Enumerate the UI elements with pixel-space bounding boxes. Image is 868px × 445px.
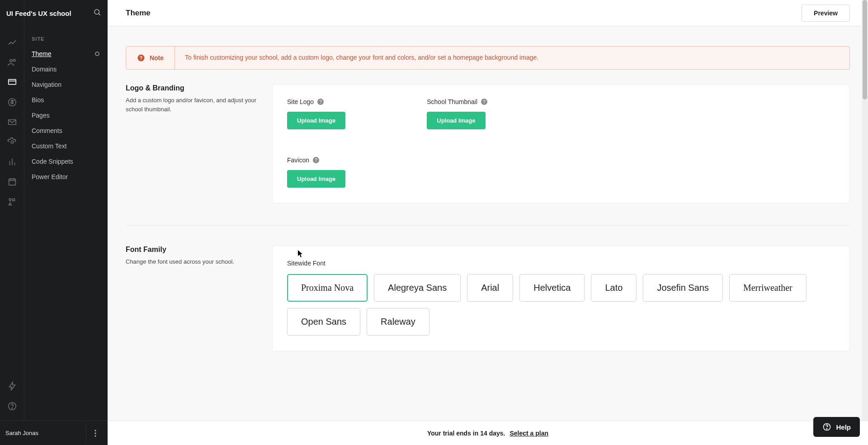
svg-rect-12 [9, 179, 15, 185]
bolt-icon[interactable] [0, 376, 24, 396]
logo-heading: Logo & Branding [126, 84, 261, 92]
vertical-scrollbar[interactable] [862, 0, 868, 445]
note-icon: ? [137, 54, 145, 62]
sitewide-font-label: Sitewide Font [287, 260, 835, 267]
reports-icon[interactable] [0, 152, 24, 172]
content-area: ? Note To finish customizing your school… [108, 26, 868, 445]
apps-icon[interactable] [0, 192, 24, 212]
help-label: Help [836, 423, 851, 431]
font-heading: Font Family [126, 246, 261, 254]
sidebar-item-domains[interactable]: Domains [24, 62, 108, 77]
help-tooltip-icon[interactable]: ? [481, 99, 487, 105]
logo-desc: Add a custom logo and/or favicon, and ad… [126, 96, 261, 114]
search-icon[interactable] [93, 8, 101, 18]
font-option-josefin-sans[interactable]: Josefin Sans [643, 274, 723, 302]
font-option-lato[interactable]: Lato [591, 274, 637, 302]
icon-rail [0, 0, 24, 445]
trial-message: Your trial ends in 14 days. [427, 430, 505, 437]
user-footer: Sarah Jonas [0, 421, 108, 445]
section-divider [126, 225, 850, 226]
school-thumbnail-label: School Thumbnail [427, 98, 477, 105]
sidebar-item-code-snippets[interactable]: Code Snippets [24, 154, 108, 169]
logo-card: Site Logo? Upload Image School Thumbnail… [272, 84, 850, 204]
svg-point-2 [9, 60, 12, 62]
sidebar-item-label: Navigation [32, 81, 61, 88]
upload-favicon-button[interactable]: Upload Image [287, 170, 345, 188]
font-option-alegreya-sans[interactable]: Alegreya Sans [374, 274, 461, 302]
font-option-helvetica[interactable]: Helvetica [519, 274, 585, 302]
font-option-raleway[interactable]: Raleway [367, 308, 429, 336]
upload-site-logo-button[interactable]: Upload Image [287, 112, 345, 129]
help-tooltip-icon[interactable]: ? [317, 99, 324, 105]
sidebar-item-label: Custom Text [32, 142, 67, 150]
status-dot [95, 52, 99, 56]
note-banner: ? Note To finish customizing your school… [126, 46, 850, 70]
user-menu-button[interactable] [86, 424, 104, 442]
sidebar-item-label: Comments [32, 127, 62, 134]
calendar-icon[interactable] [0, 172, 24, 192]
analytics-icon[interactable] [0, 33, 24, 52]
sidebar-item-label: Pages [32, 112, 50, 119]
svg-point-8 [11, 141, 14, 143]
svg-point-3 [13, 59, 15, 62]
trial-bar: Your trial ends in 14 days. Select a pla… [108, 421, 868, 445]
font-option-proxima-nova[interactable]: Proxima Nova [287, 274, 368, 302]
sidebar-item-label: Theme [32, 50, 52, 57]
sales-icon[interactable] [0, 92, 24, 112]
svg-text:?: ? [140, 55, 142, 61]
sidebar-section-label: SITE [24, 26, 108, 46]
sidebar: SITE ThemeDomainsNavigationBiosPagesComm… [24, 0, 108, 445]
email-icon[interactable] [0, 112, 24, 132]
svg-point-27 [94, 432, 96, 434]
sidebar-item-theme[interactable]: Theme [24, 46, 108, 62]
site-icon[interactable] [0, 72, 24, 92]
sidebar-item-label: Domains [32, 66, 57, 73]
help-tooltip-icon[interactable]: ? [313, 157, 319, 163]
page-title: Theme [126, 9, 151, 18]
sidebar-item-custom-text[interactable]: Custom Text [24, 138, 108, 154]
sidebar-item-label: Power Editor [32, 173, 68, 180]
topbar: Theme Preview [108, 0, 868, 26]
svg-point-30 [827, 429, 827, 429]
svg-point-26 [94, 430, 96, 431]
current-user-name: Sarah Jonas [5, 430, 38, 436]
sidebar-item-label: Code Snippets [32, 158, 73, 165]
help-widget[interactable]: Help [813, 417, 860, 437]
preview-button[interactable]: Preview [802, 5, 850, 22]
help-icon[interactable] [0, 396, 24, 416]
main: Theme Preview ? Note To finish customizi… [108, 0, 868, 445]
sidebar-item-label: Bios [32, 96, 44, 104]
users-icon[interactable] [0, 52, 24, 72]
font-option-merriweather[interactable]: Merriweather [729, 274, 807, 302]
svg-marker-19 [9, 382, 15, 390]
brand-title: UI Feed's UX school [6, 9, 71, 17]
note-title: Note [150, 54, 164, 62]
sidebar-item-comments[interactable]: Comments [24, 123, 108, 138]
sidebar-item-bios[interactable]: Bios [24, 92, 108, 108]
svg-point-28 [94, 435, 96, 436]
note-body: To finish customizing your school, add a… [175, 47, 849, 69]
svg-point-0 [94, 9, 99, 14]
svg-marker-18 [9, 203, 11, 205]
site-logo-label: Site Logo [287, 98, 314, 105]
favicon-label: Favicon [287, 156, 309, 164]
upload-school-thumbnail-button[interactable]: Upload Image [427, 112, 485, 129]
sidebar-item-navigation[interactable]: Navigation [24, 77, 108, 92]
settings-icon[interactable] [0, 132, 24, 152]
svg-rect-17 [12, 199, 14, 201]
svg-point-21 [12, 408, 12, 408]
font-card: Sitewide Font Proxima NovaAlegreya SansA… [272, 246, 850, 351]
svg-point-16 [9, 199, 11, 201]
svg-line-1 [99, 14, 100, 15]
font-option-open-sans[interactable]: Open Sans [287, 308, 360, 336]
select-plan-link[interactable]: Select a plan [509, 430, 548, 437]
font-option-arial[interactable]: Arial [467, 274, 513, 302]
font-desc: Change the font used across your school. [126, 257, 261, 266]
sidebar-item-power-editor[interactable]: Power Editor [24, 169, 108, 185]
svg-rect-4 [8, 80, 16, 85]
sidebar-item-pages[interactable]: Pages [24, 108, 108, 123]
